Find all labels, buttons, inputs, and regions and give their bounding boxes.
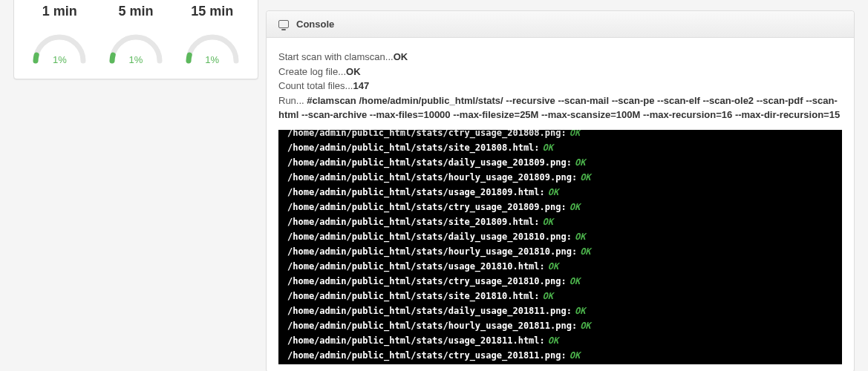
gauge-arc: 1% [179,27,246,64]
log-path: /home/admin/public_html/stats/site_20180… [287,142,534,153]
console-prelude: Start scan with clamscan...OK Create log… [278,50,842,122]
prelude-text: Create log file... [278,66,346,77]
log-status: OK [580,172,590,183]
prelude-text: Run... [278,95,307,106]
log-path: /home/admin/public_html/stats/usage_2018… [287,187,540,197]
log-path: /home/admin/public_html/stats/daily_usag… [287,232,567,242]
log-line: /home/admin/public_html/stats/ctry_usage… [287,200,833,214]
prelude-status: OK [346,66,361,77]
log-status: OK [570,130,580,138]
log-status: OK [575,157,585,168]
log-path: /home/admin/public_html/stats/ctry_usage… [287,350,561,361]
console-panel: Console Start scan with clamscan...OK Cr… [266,10,855,371]
log-status: OK [575,232,585,242]
gauge-label: 1 min [26,4,93,19]
monitor-icon [278,20,289,28]
log-path: /home/admin/public_html/stats/hourly_usa… [287,246,572,257]
log-path: /home/admin/public_html/stats/daily_usag… [287,306,567,316]
gauge-value: 1% [179,54,246,65]
log-line: /home/admin/public_html/stats/usage_2018… [287,185,833,200]
log-path: /home/admin/public_html/stats/usage_2018… [287,261,540,272]
log-line: /home/admin/public_html/stats/daily_usag… [287,155,833,170]
log-line: /home/admin/public_html/stats/hourly_usa… [287,170,833,185]
gauge-value: 1% [102,54,169,65]
log-line: /home/admin/public_html/stats/usage_2018… [287,333,833,348]
log-line: /home/admin/public_html/stats/hourly_usa… [287,244,833,259]
prelude-text: Start scan with clamscan... [278,51,394,62]
log-path: /home/admin/public_html/stats/ctry_usage… [287,276,561,286]
gauge-arc: 1% [102,27,169,64]
log-line: /home/admin/public_html/stats/ctry_usage… [287,348,833,363]
load-gauge: 5 min 1% [102,4,169,64]
log-path: /home/admin/public_html/stats/ctry_usage… [287,202,561,212]
log-path: /home/admin/public_html/stats/hourly_usa… [287,172,572,183]
log-line: /home/admin/public_html/stats/site_20180… [287,140,833,155]
log-status: OK [548,187,558,197]
gauge-label: 15 min [179,4,246,19]
log-path: /home/admin/public_html/stats/ctry_usage… [287,130,561,138]
log-line: /home/admin/public_html/stats/ctry_usage… [287,274,833,289]
log-line: /home/admin/public_html/stats/ctry_usage… [287,130,833,140]
log-status: OK [580,246,590,257]
log-line: /home/admin/public_html/stats/hourly_usa… [287,318,833,333]
log-status: OK [570,276,580,286]
log-line: /home/admin/public_html/stats/site_20181… [287,289,833,303]
load-gauge: 1 min 1% [26,4,93,64]
log-line: /home/admin/public_html/stats/site_20181… [287,363,833,364]
prelude-count: 147 [353,80,369,91]
log-status: OK [548,335,558,346]
gauge-label: 5 min [102,4,169,19]
log-status: OK [570,350,580,361]
log-status: OK [575,306,585,316]
log-path: /home/admin/public_html/stats/hourly_usa… [287,321,572,331]
prelude-command: #clamscan /home/admin/public_html/stats/… [278,95,840,121]
log-status: OK [543,142,553,153]
log-line: /home/admin/public_html/stats/daily_usag… [287,229,833,244]
prelude-text: Count total files... [278,80,353,91]
log-status: OK [548,261,558,272]
console-title: Console [296,19,334,30]
log-line: /home/admin/public_html/stats/usage_2018… [287,259,833,274]
log-path: /home/admin/public_html/stats/site_20180… [287,217,534,227]
prelude-status: OK [394,51,408,62]
log-status: OK [543,291,553,301]
log-path: /home/admin/public_html/stats/daily_usag… [287,157,567,168]
gauge-value: 1% [26,54,93,65]
log-status: OK [570,202,580,212]
log-status: OK [543,217,553,227]
console-header: Console [267,11,854,38]
terminal-output[interactable]: /home/admin/public_html/stats/ctry_usage… [278,130,842,364]
load-average-panel: 1 min 1% 5 min 1% 15 min 1% [13,0,258,79]
log-line: /home/admin/public_html/stats/daily_usag… [287,303,833,318]
log-status: OK [580,321,590,331]
log-path: /home/admin/public_html/stats/site_20181… [287,291,534,301]
log-line: /home/admin/public_html/stats/site_20180… [287,214,833,229]
log-path: /home/admin/public_html/stats/usage_2018… [287,335,540,346]
load-gauge: 15 min 1% [179,4,246,64]
gauge-arc: 1% [26,27,93,64]
